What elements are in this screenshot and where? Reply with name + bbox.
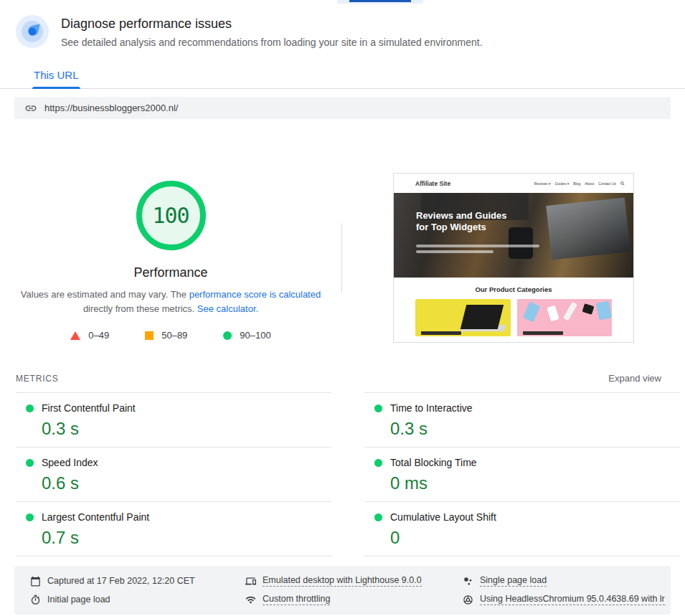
- metric-name: First Contentful Paint: [42, 402, 136, 414]
- see-calculator-link[interactable]: See calculator.: [197, 303, 258, 314]
- pass-circle-icon: [26, 513, 34, 521]
- thumbnail-hero-title: Reviews and Guides for Top Widgets: [416, 210, 506, 233]
- card-label-bar: [523, 331, 563, 335]
- metric-time-to-interactive: Time to Interactive 0.3 s: [364, 392, 680, 447]
- report-header: Diagnose performance issues See detailed…: [0, 0, 685, 48]
- single-page-load-item[interactable]: Single page load: [463, 575, 671, 587]
- metric-speed-index: Speed Index 0.6 s: [16, 447, 331, 501]
- fail-triangle-icon: [70, 331, 80, 340]
- pass-circle-icon: [223, 331, 232, 340]
- thumbnail-site-name: Affiliate Site: [415, 180, 450, 187]
- metric-value: 0: [390, 528, 680, 548]
- initial-page-load-item: Initial page load: [30, 594, 245, 605]
- hero-subtext-bar: [416, 250, 493, 253]
- tab-this-url[interactable]: This URL: [32, 66, 80, 88]
- thumbnail-site-header: Affiliate Site Reviews ▾ Guides ▾ Blog A…: [394, 174, 633, 193]
- thumb-nav-about: About: [585, 181, 594, 186]
- tab-active-indicator: [32, 87, 80, 89]
- hero-camera-lens-shape: [509, 227, 533, 259]
- category-card-pink: [517, 299, 613, 336]
- gadget-shape: [547, 305, 559, 322]
- metrics-grid: First Contentful Paint 0.3 s Time to Int…: [16, 392, 680, 556]
- metrics-section-header: METRICS Expand view: [16, 373, 669, 384]
- metric-largest-contentful-paint: Largest Contentful Paint 0.7 s: [16, 501, 331, 556]
- expand-view-button[interactable]: Expand view: [608, 373, 661, 384]
- performance-summary: 100 Performance Values are estimated and…: [0, 119, 685, 343]
- metric-name: Total Blocking Time: [390, 457, 477, 468]
- emulated-device-item[interactable]: Emulated desktop with Lighthouse 9.0.0: [245, 575, 463, 587]
- emulated-device-text[interactable]: Emulated desktop with Lighthouse 9.0.0: [263, 575, 422, 587]
- metric-name: Time to Interactive: [390, 402, 473, 414]
- metric-value: 0.7 s: [42, 528, 331, 548]
- metric-name: Speed Index: [42, 457, 98, 468]
- pass-circle-icon: [26, 459, 34, 467]
- hero-title-line2: for Top Widgets: [416, 222, 506, 233]
- analyzed-url-bar: https://businessbloggers2000.nl/: [14, 97, 671, 119]
- pagespeed-insights-logo-icon: [16, 15, 49, 48]
- tab-indicator-bar: [349, 0, 411, 2]
- metric-value: 0.3 s: [390, 419, 680, 439]
- legend-pass-label: 90–100: [240, 330, 270, 341]
- score-description: Values are estimated and may vary. The p…: [9, 288, 332, 316]
- page-subtitle: See detailed analysis and recommendation…: [61, 37, 483, 48]
- final-screenshot-thumbnail: Affiliate Site Reviews ▾ Guides ▾ Blog A…: [393, 173, 634, 343]
- performance-score-value: 100: [152, 203, 189, 228]
- legend-pass-range: 90–100: [223, 330, 270, 341]
- metric-value: 0.3 s: [42, 419, 331, 439]
- tab-this-url-label: This URL: [34, 69, 79, 81]
- summary-divider: [341, 223, 342, 293]
- thumbnail-section-title: Our Product Categories: [394, 285, 633, 293]
- card-label-bar: [421, 331, 461, 335]
- metric-name: Cumulative Layout Shift: [390, 511, 496, 523]
- hero-laptop-shape: [546, 197, 630, 260]
- gadget-shape: [582, 303, 594, 315]
- analyzed-url: https://businessbloggers2000.nl/: [44, 103, 178, 113]
- thumb-search-icon: [620, 181, 625, 186]
- browser-version-item[interactable]: Using HeadlessChromium 95.0.4638.69 with…: [463, 594, 671, 605]
- metric-cumulative-layout-shift: Cumulative Layout Shift 0: [364, 501, 680, 556]
- hero-subtext-bar: [416, 245, 539, 247]
- score-description-text-1: Values are estimated and may vary. The: [21, 289, 189, 300]
- stopwatch-icon: [30, 594, 41, 605]
- throttling-item[interactable]: Custom throttling: [245, 594, 463, 605]
- single-page-load-text[interactable]: Single page load: [480, 575, 547, 587]
- metric-value: 0.6 s: [42, 473, 331, 493]
- pass-circle-icon: [374, 459, 382, 467]
- gadget-shape: [595, 300, 612, 320]
- url-tab-bar: This URL: [0, 66, 685, 89]
- browser-version-text[interactable]: Using HeadlessChromium 95.0.4638.69 with…: [480, 594, 665, 605]
- thumb-nav-contact: Contact Us: [598, 181, 616, 186]
- legend-average-label: 50–89: [161, 330, 187, 341]
- pass-circle-icon: [374, 404, 382, 412]
- score-scale-legend: 0–49 50–89 90–100: [52, 330, 288, 341]
- score-calculation-link[interactable]: performance score is calculated: [189, 289, 321, 300]
- link-icon: [24, 102, 37, 115]
- legend-fail-label: 0–49: [88, 330, 109, 341]
- gadget-shape: [563, 302, 577, 321]
- throttling-text[interactable]: Custom throttling: [263, 594, 330, 605]
- initial-page-load-text: Initial page load: [47, 594, 110, 605]
- captured-at-item: Captured at 17 Feb 2022, 12:20 CET: [30, 575, 245, 587]
- metric-total-blocking-time: Total Blocking Time 0 ms: [364, 447, 680, 501]
- thumbnail-site-nav: Reviews ▾ Guides ▾ Blog About Contact Us: [534, 181, 625, 186]
- captured-at-text: Captured at 17 Feb 2022, 12:20 CET: [47, 576, 195, 586]
- metric-value: 0 ms: [390, 473, 680, 493]
- average-square-icon: [145, 331, 153, 340]
- card-laptop-shape: [460, 305, 503, 329]
- performance-category-label: Performance: [133, 265, 207, 280]
- performance-score-gauge: 100: [136, 181, 206, 250]
- thumbnail-category-cards: [394, 293, 633, 336]
- score-description-text-2: directly from these metrics.: [83, 303, 197, 314]
- calendar-icon: [30, 576, 41, 587]
- top-tab-remnant: [337, 0, 423, 4]
- pass-circle-icon: [26, 404, 34, 412]
- legend-fail-range: 0–49: [70, 330, 109, 341]
- thumb-nav-guides: Guides ▾: [554, 181, 569, 186]
- metric-name: Largest Contentful Paint: [42, 511, 149, 523]
- thumbnail-hero-image: Reviews and Guides for Top Widgets: [394, 193, 633, 278]
- metrics-section-label: METRICS: [16, 374, 59, 384]
- page-title: Diagnose performance issues: [61, 16, 483, 32]
- capture-environment-footer: Captured at 17 Feb 2022, 12:20 CET Initi…: [14, 566, 671, 615]
- gadget-shape: [522, 302, 539, 322]
- page-load-icon: [463, 576, 473, 587]
